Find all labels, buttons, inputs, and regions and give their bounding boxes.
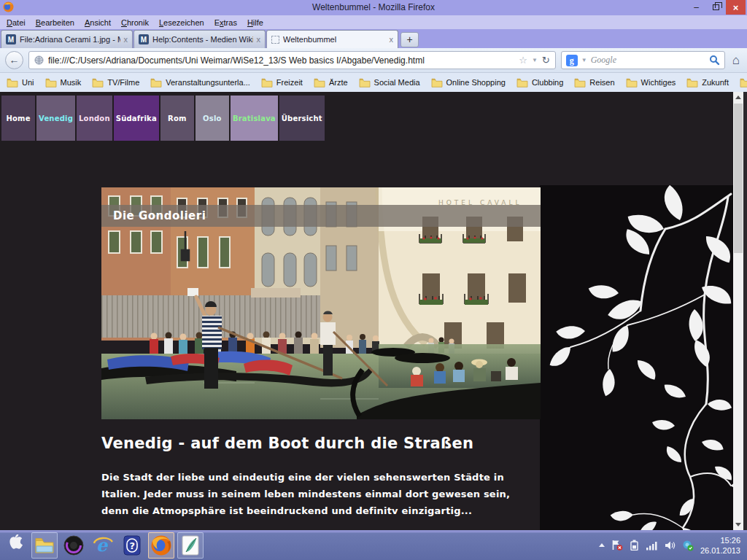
bookmark-folder-wichtiges[interactable]: Wichtiges (626, 78, 676, 88)
firefox-icon (150, 534, 172, 556)
menu-chronik[interactable]: Chronik (116, 17, 154, 28)
nav-home[interactable]: Home (1, 96, 35, 141)
start-button[interactable] (2, 532, 28, 559)
bookmark-folder-wuensche[interactable]: Wünsche (740, 78, 747, 88)
folder-icon (626, 78, 638, 88)
taskbar: e ? (0, 530, 747, 560)
venice-gondola-image: HOTEL CAVALL (101, 187, 541, 419)
blank-favicon-icon (271, 36, 279, 44)
tab-close-icon[interactable]: x (390, 35, 394, 44)
tab-close-icon[interactable]: x (124, 35, 128, 44)
restore-button[interactable] (706, 0, 726, 15)
mediawiki-icon: M (6, 34, 16, 44)
vertical-scrollbar[interactable] (733, 92, 743, 530)
bookmark-folder-musik[interactable]: Musik (45, 78, 82, 88)
google-icon: g (566, 55, 578, 66)
bookmark-folder-tvfilme[interactable]: TV/Filme (92, 78, 139, 88)
bookmark-folder-freizeit[interactable]: Freizeit (261, 78, 303, 88)
url-bar[interactable]: ☆ ▼ ↻ (28, 51, 556, 69)
tray-expand-icon[interactable] (599, 543, 605, 547)
search-engine-dropdown-icon[interactable]: ▼ (581, 57, 587, 63)
desktop: Weltenbummel - Mozilla Firefox – × Datei… (0, 0, 747, 560)
url-dropdown-icon[interactable]: ▼ (532, 57, 538, 63)
volume-icon[interactable] (665, 540, 676, 551)
nav-suedafrika[interactable]: Südafrika (114, 96, 159, 141)
system-tray: 15:26 26.01.2013 (599, 535, 745, 556)
nav-rom[interactable]: Rom (160, 96, 194, 141)
bookmark-folder-zukunft[interactable]: Zukunft (686, 78, 729, 88)
power-battery-icon[interactable] (630, 540, 639, 551)
close-button[interactable]: × (726, 0, 746, 15)
reload-icon[interactable]: ↻ (542, 55, 550, 66)
bookmarks-bar: Uni Musik TV/Filme Veranstaltungsunterla… (0, 73, 747, 92)
page-title: Venedig - auf dem Boot durch die Straßen (101, 435, 473, 452)
antivirus-icon[interactable] (682, 540, 694, 551)
new-tab-button[interactable]: + (400, 32, 419, 47)
nav-london[interactable]: London (77, 96, 112, 141)
tab-medienwiki-help[interactable]: M Help:Contents - Medien Wiki x (133, 30, 266, 48)
file-explorer-icon (34, 537, 55, 554)
scroll-up-icon (735, 96, 741, 99)
bookmark-folder-online-shopping[interactable]: Online Shopping (431, 78, 506, 88)
bookmark-folder-reisen[interactable]: Reisen (574, 78, 614, 88)
nav-venedig[interactable]: Venedig (36, 96, 75, 141)
taskbar-text-editor[interactable] (177, 532, 204, 559)
scroll-down-button[interactable] (733, 519, 743, 530)
folder-icon (261, 78, 273, 88)
internet-explorer-icon: e (93, 536, 113, 555)
tab-weltenbummel[interactable]: Weltenbummel x (266, 30, 398, 48)
tab-close-icon[interactable]: x (257, 35, 261, 44)
folder-icon (574, 78, 586, 88)
page-content: Home Venedig London Südafrika Rom Oslo B… (0, 92, 747, 530)
tabstrip: M File:Adriana Cerami 1.jpg - Medien W..… (0, 29, 747, 48)
bookmark-star-icon[interactable]: ☆ (519, 55, 527, 66)
search-icon[interactable] (709, 55, 720, 66)
folder-icon (431, 78, 443, 88)
search-input[interactable] (591, 55, 705, 66)
apple-start-icon (6, 534, 25, 556)
menu-lesezeichen[interactable]: Lesezeichen (154, 17, 209, 28)
bookmark-folder-aerzte[interactable]: Ärzte (314, 78, 348, 88)
nav-oslo[interactable]: Oslo (196, 96, 229, 141)
taskbar-media-app[interactable] (61, 532, 87, 559)
window-title: Weltenbummel - Mozilla Firefox (0, 2, 747, 12)
search-bar[interactable]: g ▼ (561, 51, 725, 69)
taskbar-clock[interactable]: 15:26 26.01.2013 (700, 535, 740, 556)
network-signal-icon[interactable] (646, 540, 658, 551)
scrollbar-thumb[interactable] (734, 104, 743, 253)
home-button[interactable]: ⌂ (730, 53, 742, 68)
menu-extras[interactable]: Extras (209, 17, 242, 28)
url-input[interactable] (48, 55, 514, 66)
floral-vine-decoration (540, 185, 734, 530)
window-titlebar: Weltenbummel - Mozilla Firefox – × (0, 0, 747, 15)
menu-datei[interactable]: Datei (1, 17, 31, 28)
tab-medienwiki-file[interactable]: M File:Adriana Cerami 1.jpg - Medien W..… (1, 30, 133, 48)
minimize-button[interactable]: – (686, 0, 706, 15)
menu-ansicht[interactable]: Ansicht (80, 17, 116, 28)
folder-icon (45, 78, 57, 88)
taskbar-explorer[interactable] (31, 532, 58, 559)
bookmark-folder-clubbing[interactable]: Clubbing (516, 78, 563, 88)
nav-bratislava[interactable]: Bratislava (231, 96, 278, 141)
folder-icon (359, 78, 371, 88)
taskbar-internet-explorer[interactable]: e (90, 532, 116, 559)
mediawiki-icon: M (139, 34, 149, 44)
folder-icon (740, 78, 747, 88)
floral-background-panel (540, 185, 734, 530)
svg-text:?: ? (130, 540, 136, 551)
menu-hilfe[interactable]: Hilfe (242, 17, 268, 28)
image-caption: Die Gondolieri (101, 205, 541, 227)
nav-uebersicht[interactable]: Übersicht (279, 96, 325, 141)
menu-bearbeiten[interactable]: Bearbeiten (31, 17, 80, 28)
bookmark-folder-veranstaltungsunterlagen[interactable]: Veranstaltungsunterla... (150, 78, 250, 88)
menubar: Datei Bearbeiten Ansicht Chronik Lesezei… (0, 15, 747, 29)
folder-icon (516, 78, 528, 88)
bookmark-folder-uni[interactable]: Uni (7, 78, 34, 88)
bookmark-folder-social-media[interactable]: Social Media (359, 78, 420, 88)
back-button[interactable]: ← (5, 51, 23, 69)
folder-icon (314, 78, 325, 88)
taskbar-firefox[interactable] (148, 532, 174, 559)
scroll-up-button[interactable] (733, 92, 743, 103)
taskbar-help-app[interactable]: ? (119, 532, 145, 559)
action-center-flag-icon[interactable] (611, 540, 623, 551)
